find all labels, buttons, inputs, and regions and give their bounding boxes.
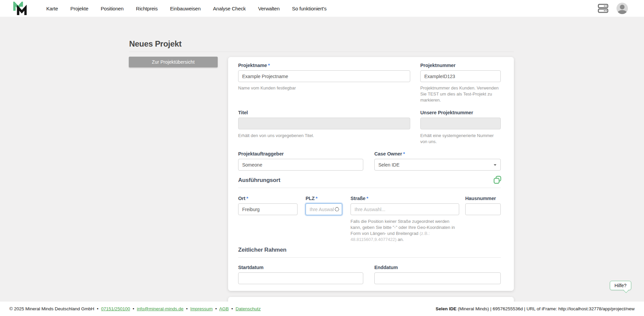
- ausfuehrungsort-heading: Ausführungsort: [238, 177, 280, 184]
- footer-separator: •: [97, 306, 99, 311]
- projektname-input[interactable]: [238, 70, 410, 82]
- footer-datenschutz-link[interactable]: Datenschutz: [235, 306, 261, 311]
- titel-helper: Erhält den von uns vorgegebenen Titel.: [238, 133, 410, 139]
- dropdown-arrow-icon: [494, 164, 496, 166]
- avatar-head: [620, 5, 625, 9]
- case-owner-label-text: Case Owner: [374, 151, 402, 156]
- hausnummer-input[interactable]: [465, 203, 501, 215]
- top-navbar: Karte Projekte Positionen Richtpreis Ein…: [0, 0, 644, 17]
- footer-separator: •: [132, 306, 134, 311]
- strasse-label: Straße*: [351, 196, 368, 201]
- hausnummer-label: Hausnummer: [465, 196, 496, 201]
- new-project-form-card: Projektname* Name vom Kunden festlegbar …: [228, 57, 514, 291]
- nav-item-so-funktionierts[interactable]: So funktioniert's: [292, 6, 327, 11]
- footer-copyright: © 2025 Mineral Minds Deutschland GmbH: [9, 306, 94, 311]
- server-stack-icon[interactable]: [598, 4, 608, 13]
- case-owner-label: Case Owner*: [374, 151, 405, 156]
- footer-agb-link[interactable]: AGB: [219, 306, 229, 311]
- avatar-body: [618, 10, 627, 14]
- nav-item-karte[interactable]: Karte: [46, 6, 58, 11]
- unsere-projektnummer-label: Unsere Projektnummer: [420, 110, 473, 115]
- projektnummer-label: Projektnummer: [420, 63, 455, 68]
- case-owner-selected-value: Selen IDE: [378, 162, 399, 168]
- nav-right-controls: [598, 0, 628, 17]
- zeitlicher-rahmen-heading: Zeitlicher Rahmen: [238, 247, 286, 253]
- unsere-projektnummer-input: [420, 118, 501, 129]
- nav-menu: Karte Projekte Positionen Richtpreis Ein…: [46, 6, 326, 11]
- nav-item-positionen[interactable]: Positionen: [101, 6, 123, 11]
- nav-item-einbauweisen[interactable]: Einbauweisen: [170, 6, 201, 11]
- strasse-label-text: Straße: [351, 196, 366, 201]
- ausfuehrungsort-divider: [238, 188, 501, 188]
- copy-location-icon[interactable]: [493, 176, 502, 184]
- help-button[interactable]: Hilfe?: [610, 281, 631, 290]
- case-owner-select[interactable]: Selen IDE: [374, 159, 501, 171]
- nav-item-richtpreis[interactable]: Richtpreis: [136, 6, 158, 11]
- startdatum-label: Startdatum: [238, 265, 264, 270]
- loading-spinner-icon: [335, 207, 339, 211]
- nav-item-verwalten[interactable]: Verwalten: [258, 6, 280, 11]
- footer: © 2025 Mineral Minds Deutschland GmbH • …: [0, 302, 644, 316]
- footer-email-link[interactable]: info@mineral-minds.de: [137, 306, 183, 311]
- titel-label: Titel: [238, 110, 248, 115]
- footer-separator: •: [186, 306, 188, 311]
- enddatum-input[interactable]: [374, 272, 501, 284]
- screen: Karte Projekte Positionen Richtpreis Ein…: [0, 0, 644, 316]
- startdatum-input[interactable]: [238, 272, 363, 284]
- projektauftraggeber-label: Projektauftraggeber: [238, 151, 284, 156]
- strasse-helper-main: Falls die Position keiner Straße zugeord…: [351, 219, 455, 236]
- title-divider: [129, 52, 514, 52]
- user-avatar-icon[interactable]: [616, 3, 628, 14]
- footer-session-details: (Mineral Minds) | 69576255536d | URL of …: [457, 306, 635, 311]
- projektname-label: Projektname*: [238, 63, 270, 68]
- nav-item-analyse-check[interactable]: Analyse Check: [213, 6, 246, 11]
- nav-item-projekte[interactable]: Projekte: [70, 6, 88, 11]
- footer-left: © 2025 Mineral Minds Deutschland GmbH • …: [9, 306, 261, 311]
- projektname-helper: Name vom Kunden festlegbar: [238, 85, 410, 91]
- required-marker: *: [246, 196, 248, 201]
- zeitlicher-rahmen-divider: [238, 257, 501, 258]
- ort-label-text: Ort: [238, 196, 245, 201]
- project-overview-button[interactable]: Zur Projektübersicht: [129, 57, 218, 67]
- strasse-input[interactable]: [351, 203, 459, 215]
- projektnummer-input[interactable]: [420, 70, 501, 82]
- ort-label: Ort*: [238, 196, 248, 201]
- unsere-projektnummer-helper: Erhält eine systemgenerierte Nummer von …: [420, 133, 501, 145]
- mineral-minds-logo-icon[interactable]: [13, 2, 28, 16]
- plz-label-text: PLZ: [306, 196, 315, 201]
- required-marker: *: [316, 196, 318, 201]
- footer-user-name: Selen IDE: [436, 306, 457, 311]
- footer-separator: •: [231, 306, 233, 311]
- projektauftraggeber-input[interactable]: [238, 159, 363, 171]
- enddatum-label: Enddatum: [374, 265, 398, 270]
- projektname-label-text: Projektname: [238, 63, 267, 68]
- titel-input: [238, 118, 410, 129]
- footer-session-info: Selen IDE (Mineral Minds) | 69576255536d…: [436, 306, 635, 311]
- plz-label: PLZ*: [306, 196, 318, 201]
- footer-impressum-link[interactable]: Impressum: [190, 306, 213, 311]
- footer-separator: •: [215, 306, 217, 311]
- required-marker: *: [403, 151, 405, 156]
- footer-phone-link[interactable]: 07151/250100: [101, 306, 130, 311]
- required-marker: *: [367, 196, 369, 201]
- strasse-helper: Falls die Position keiner Straße zugeord…: [351, 218, 461, 243]
- required-marker: *: [268, 63, 270, 68]
- ort-input[interactable]: [238, 203, 298, 215]
- page-title: Neues Projekt: [129, 39, 181, 49]
- strasse-helper-suffix: an.: [396, 237, 404, 242]
- projektnummer-helper: Projektnummer des Kunden. Verwenden Sie …: [420, 85, 501, 103]
